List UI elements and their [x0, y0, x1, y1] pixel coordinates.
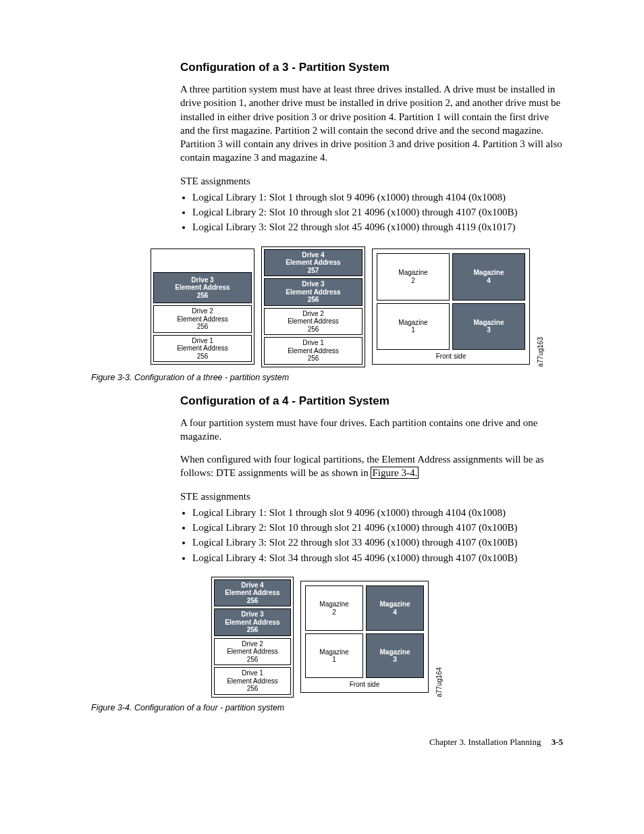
footer-page-number: 3-5: [552, 737, 563, 747]
magazine-3: Magazine3: [452, 303, 525, 350]
ste-label-3: STE assignments: [180, 174, 563, 188]
front-side-label: Front side: [305, 678, 424, 688]
list-item: Logical Library 1: Slot 1 through slot 9…: [192, 506, 563, 519]
figure-id-label: a77ug164: [435, 666, 443, 698]
drive4-box: Drive 4Element Address256: [214, 579, 291, 607]
para-4partition-intro: A four partition system must have four d…: [180, 416, 563, 444]
heading-3partition: Configuration of a 3 - Partition System: [180, 61, 563, 74]
magazine-1: Magazine1: [305, 633, 363, 679]
footer-chapter: Chapter 3. Installation Planning: [429, 737, 541, 747]
fig33-left-column: Drive 3Element Address256 Drive 2Element…: [151, 249, 254, 365]
figure-3-3: Drive 3Element Address256 Drive 2Element…: [132, 246, 563, 367]
para-3partition-intro: A three partition system must have at le…: [180, 82, 563, 165]
text-run: When configured with four logical partit…: [180, 454, 544, 478]
magazine-4: Magazine4: [366, 585, 424, 631]
list-item: Logical Library 2: Slot 10 through slot …: [192, 521, 563, 534]
magazine-4: Magazine4: [452, 253, 525, 301]
front-side-label: Front side: [377, 350, 525, 360]
fig33-mid-column: Drive 4Element Address257 Drive 3Element…: [261, 246, 365, 367]
drive1-box: Drive 1Element Address256: [153, 335, 252, 363]
drive2-box: Drive 2Element Address256: [264, 308, 363, 336]
figure-3-3-caption: Figure 3-3. Configuration of a three - p…: [91, 373, 563, 382]
list-item: Logical Library 4: Slot 34 through slot …: [192, 551, 563, 565]
drive2-box: Drive 2Element Address256: [214, 638, 291, 666]
heading-4partition: Configuration of a 4 - Partition System: [180, 394, 563, 408]
drive1-box: Drive 1Element Address256: [214, 667, 291, 695]
para-4partition-dte: When configured with four logical partit…: [180, 452, 563, 480]
ste-list-4: Logical Library 1: Slot 1 through slot 9…: [180, 506, 563, 565]
list-item: Logical Library 3: Slot 22 through slot …: [192, 536, 563, 549]
figure-3-4: Drive 4Element Address256 Drive 3Element…: [91, 577, 563, 698]
drive3-box: Drive 3Element Address256: [214, 608, 291, 636]
drive4-box: Drive 4Element Address257: [264, 249, 363, 277]
figure-id-label: a77ug163: [537, 336, 544, 367]
figure-3-4-caption: Figure 3-4. Configuration of a four - pa…: [91, 703, 563, 712]
xref-figure-3-4[interactable]: Figure 3-4.: [371, 467, 419, 479]
fig34-drive-column: Drive 4Element Address256 Drive 3Element…: [211, 577, 294, 698]
magazine-3: Magazine3: [366, 633, 424, 679]
drive1-box: Drive 1Element Address256: [264, 337, 363, 365]
fig34-magazines: Magazine2 Magazine4 Magazine1 Magazine3 …: [300, 581, 429, 693]
page-footer: Chapter 3. Installation Planning 3-5: [91, 737, 563, 748]
ste-label-4: STE assignments: [180, 490, 563, 503]
fig33-magazines: Magazine2 Magazine4 Magazine1 Magazine3 …: [372, 249, 530, 365]
ste-list-3: Logical Library 1: Slot 1 through slot 9…: [180, 190, 563, 234]
list-item: Logical Library 2: Slot 10 through slot …: [192, 205, 563, 219]
drive3-box: Drive 3Element Address256: [153, 272, 252, 303]
magazine-1: Magazine1: [377, 303, 450, 350]
list-item: Logical Library 3: Slot 22 through slot …: [192, 220, 563, 234]
drive2-box: Drive 2Element Address256: [153, 305, 252, 333]
drive3-box: Drive 3Element Address256: [264, 278, 363, 306]
list-item: Logical Library 1: Slot 1 through slot 9…: [192, 190, 563, 204]
magazine-2: Magazine2: [305, 585, 363, 631]
magazine-2: Magazine2: [377, 253, 450, 301]
